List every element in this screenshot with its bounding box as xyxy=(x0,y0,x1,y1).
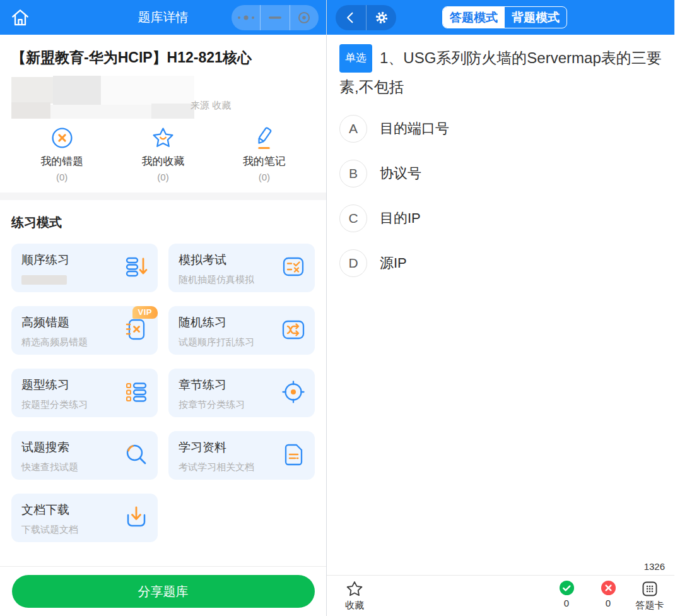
option-d[interactable]: D 源IP xyxy=(339,249,662,277)
x-circle-icon xyxy=(601,580,616,596)
nav-pill xyxy=(336,5,396,30)
more-dots-icon xyxy=(235,14,257,21)
redacted-block xyxy=(21,275,67,285)
card-frequent-wrong[interactable]: VIP 高频错题 精选高频易错题 xyxy=(11,306,158,355)
redacted-block xyxy=(101,76,194,105)
option-letter: A xyxy=(339,115,367,143)
favorite-label: 收藏 xyxy=(345,600,364,612)
question-type-badge: 单选 xyxy=(339,44,372,73)
star-smile-icon xyxy=(151,126,175,150)
redacted-block xyxy=(11,102,50,119)
redacted-block xyxy=(151,104,194,119)
right-footer: 1326 收藏 0 xyxy=(327,561,674,616)
practice-cards-grid: 顺序练习 模拟考试 随机抽题仿真模拟 xyxy=(11,244,315,542)
favorite-button[interactable]: 收藏 xyxy=(338,580,371,612)
question-total-count: 1326 xyxy=(327,561,674,575)
correct-counter[interactable]: 0 xyxy=(550,580,583,612)
option-letter: C xyxy=(339,204,367,232)
settings-button[interactable] xyxy=(366,5,396,30)
check-circle-icon xyxy=(559,580,575,596)
mode-switch: 答题模式 背题模式 xyxy=(442,6,567,28)
left-header: 题库详情 xyxy=(0,0,326,35)
answer-card-label: 答题卡 xyxy=(636,600,664,612)
my-favorites[interactable]: 我的收藏 (0) xyxy=(112,126,213,182)
my-notes[interactable]: 我的笔记 (0) xyxy=(214,126,315,182)
tab-answer-mode[interactable]: 答题模式 xyxy=(443,7,505,28)
stats-row: 我的错题 (0) 我的收藏 (0) xyxy=(11,126,315,182)
answer-card-grid-icon xyxy=(641,580,659,598)
section-divider xyxy=(0,192,326,200)
stat-label: 我的笔记 xyxy=(214,154,315,169)
study-material-icon xyxy=(281,442,306,470)
wrong-book-icon xyxy=(124,317,149,345)
tab-recite-mode[interactable]: 背题模式 xyxy=(505,7,566,28)
stat-count: (0) xyxy=(214,172,315,182)
option-letter: B xyxy=(339,160,367,187)
option-text: 源IP xyxy=(380,254,407,273)
bank-title: 【新盟教育-华为HCIP】H12-821核心 xyxy=(11,48,315,68)
bottom-toolbar: 收藏 0 0 xyxy=(327,575,674,616)
close-circle-capsule-icon xyxy=(297,11,311,25)
search-icon xyxy=(124,442,149,470)
correct-count: 0 xyxy=(564,598,569,608)
option-c[interactable]: C 目的IP xyxy=(339,204,662,232)
back-icon xyxy=(343,9,359,26)
question-text: 1、USG系列防火墙的Servermap表的三要素,不包括 xyxy=(339,49,662,95)
card-sequence-practice[interactable]: 顺序练习 xyxy=(11,244,158,292)
card-type-practice[interactable]: 题型练习 按题型分类练习 xyxy=(11,369,158,417)
card-question-search[interactable]: 试题搜索 快速查找试题 xyxy=(11,431,158,480)
miniprogram-capsule xyxy=(232,5,319,30)
redacted-info-area: 来源 收藏 xyxy=(11,76,315,119)
redacted-block xyxy=(53,76,101,105)
wrong-counter[interactable]: 0 xyxy=(592,580,625,612)
option-letter: D xyxy=(339,249,367,277)
question-stem: 单选1、USG系列防火墙的Servermap表的三要素,不包括 xyxy=(339,45,662,100)
minimize-icon xyxy=(269,16,281,20)
answer-card-button[interactable]: 答题卡 xyxy=(633,580,666,612)
source-favorite-meta: 来源 收藏 xyxy=(191,100,231,112)
card-random-practice[interactable]: 随机练习 试题顺序打乱练习 xyxy=(168,306,315,355)
left-content: 【新盟教育-华为HCIP】H12-821核心 来源 收藏 我的错题 (0) xyxy=(0,48,326,542)
card-chapter-practice[interactable]: 章节练习 按章节分类练习 xyxy=(168,369,315,417)
stat-label: 我的收藏 xyxy=(112,154,213,169)
mini-program-window: 题库详情 xyxy=(0,0,675,616)
minimize-button[interactable] xyxy=(260,5,289,30)
pencil-icon xyxy=(252,126,276,150)
stat-count: (0) xyxy=(11,172,112,182)
redacted-block xyxy=(50,105,151,119)
redacted-block xyxy=(11,77,53,104)
download-icon xyxy=(124,504,149,532)
shuffle-icon xyxy=(281,317,306,345)
left-footer: 分享题库 xyxy=(0,566,326,616)
wrong-count: 0 xyxy=(606,598,611,608)
option-text: 协议号 xyxy=(380,164,421,183)
bank-detail-panel: 题库详情 xyxy=(0,0,326,616)
star-outline-icon xyxy=(346,580,363,598)
right-header: 答题模式 背题模式 xyxy=(327,0,674,35)
more-button[interactable] xyxy=(232,5,260,30)
stat-label: 我的错题 xyxy=(11,154,112,169)
back-button[interactable] xyxy=(336,5,366,30)
option-text: 目的IP xyxy=(380,209,421,228)
mock-exam-icon xyxy=(281,254,306,282)
card-study-material[interactable]: 学习资料 考试学习相关文档 xyxy=(168,431,315,480)
share-bank-button[interactable]: 分享题库 xyxy=(12,575,315,608)
card-mock-exam[interactable]: 模拟考试 随机抽题仿真模拟 xyxy=(168,244,315,292)
wrong-circle-icon xyxy=(50,126,74,150)
option-text: 目的端口号 xyxy=(380,119,449,138)
capsule-close-button[interactable] xyxy=(290,5,319,30)
stat-count: (0) xyxy=(112,172,213,182)
question-panel: 答题模式 背题模式 单选1、USG系列防火墙的Servermap表的三要素,不包… xyxy=(326,0,674,616)
gear-icon xyxy=(373,9,390,26)
score-group: 0 0 xyxy=(550,580,666,612)
option-a[interactable]: A 目的端口号 xyxy=(339,115,662,143)
my-wrong-questions[interactable]: 我的错题 (0) xyxy=(11,126,112,182)
card-document-download[interactable]: 文档下载 下载试题文档 xyxy=(11,494,158,542)
chapter-target-icon xyxy=(281,379,306,407)
question-types-icon xyxy=(124,379,149,407)
question-content: 单选1、USG系列防火墙的Servermap表的三要素,不包括 A 目的端口号 … xyxy=(327,35,674,277)
sequence-icon xyxy=(124,254,149,282)
practice-mode-heading: 练习模式 xyxy=(11,214,315,231)
option-b[interactable]: B 协议号 xyxy=(339,160,662,187)
